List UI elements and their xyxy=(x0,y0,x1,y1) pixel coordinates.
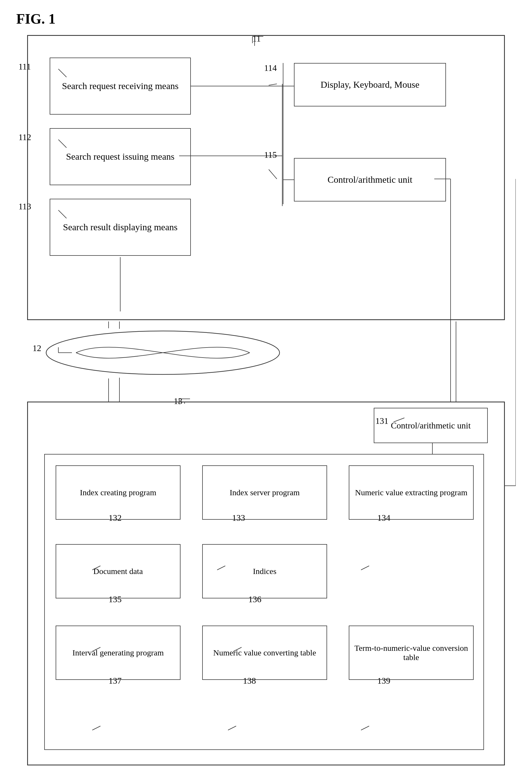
fig-title: FIG. 1 xyxy=(16,11,516,27)
label-115: 115 xyxy=(264,150,277,160)
box-programs-container: 132 133 134 Index creating program Index… xyxy=(44,454,484,750)
box-term-to-numeric: Term-to-numeric-value conversion table xyxy=(349,626,474,680)
box-control-arithmetic-131: Control/arithmetic unit xyxy=(374,408,488,443)
label-112: 112 xyxy=(18,132,31,142)
network-ellipse xyxy=(43,328,282,377)
box-search-result-displaying: Search result displaying means xyxy=(50,199,191,256)
svg-line-14 xyxy=(109,321,163,328)
box-display-keyboard-mouse: Display, Keyboard, Mouse xyxy=(294,63,446,106)
box-search-request-issuing: Search request issuing means xyxy=(50,128,191,185)
box-numeric-extracting: Numeric value extracting program xyxy=(349,466,474,520)
box-indices: Indices xyxy=(202,544,327,598)
label-114: 114 xyxy=(264,63,277,73)
box-interval-generating: Interval generating program xyxy=(56,626,181,680)
box-document-data: Document data xyxy=(56,544,181,598)
box-control-arithmetic-11: Control/arithmetic unit xyxy=(294,158,446,201)
box-numeric-converting: Numeric value converting table xyxy=(202,626,327,680)
box-index-creating: Index creating program xyxy=(56,466,181,520)
diagram-container: 11 111 112 113 114 115 Search request re… xyxy=(16,35,516,773)
box-11: 111 112 113 114 115 Search request recei… xyxy=(27,35,505,320)
box-13: 131 Control/arithmetic unit 132 133 134 … xyxy=(27,402,505,765)
label-113: 113 xyxy=(18,201,31,211)
label-12: 12 xyxy=(33,343,41,353)
box-index-server: Index server program xyxy=(202,466,327,520)
label-111: 111 xyxy=(18,62,31,72)
box-search-request-receiving: Search request receiving means xyxy=(50,58,191,115)
